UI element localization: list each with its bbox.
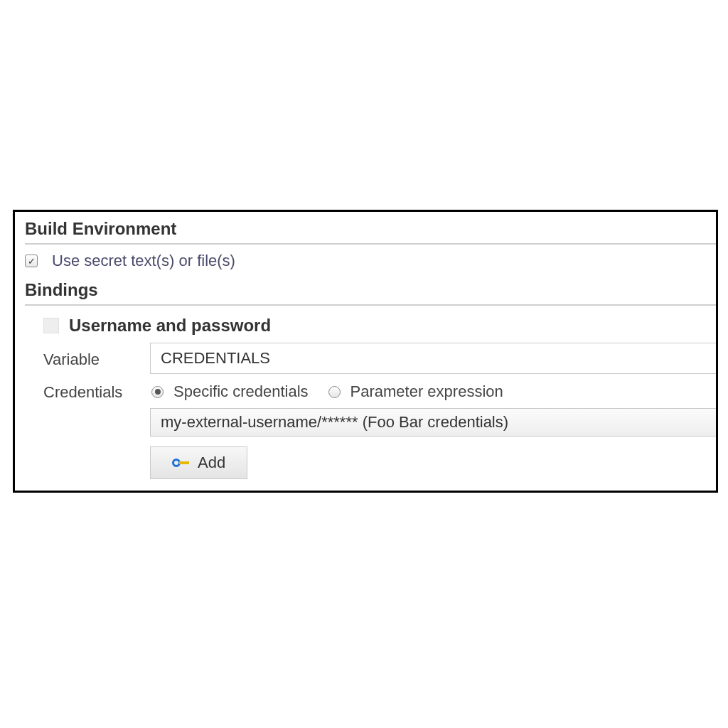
radio-param-label: Parameter expression [350, 382, 503, 401]
use-secret-row: ✓ Use secret text(s) or file(s) [15, 245, 716, 277]
credentials-label: Credentials [43, 380, 150, 402]
key-icon [172, 458, 189, 468]
binding-header: Username and password [43, 316, 716, 336]
variable-row: Variable [43, 343, 716, 374]
use-secret-label: Use secret text(s) or file(s) [52, 252, 235, 270]
build-environment-panel: Build Environment ✓ Use secret text(s) o… [13, 210, 718, 493]
radio-specific-label: Specific credentials [173, 382, 309, 401]
radio-parameter-expression[interactable] [328, 386, 341, 398]
add-button[interactable]: Add [150, 446, 247, 479]
variable-label: Variable [43, 348, 150, 369]
credentials-radio-group: Specific credentials Parameter expressio… [150, 378, 716, 404]
spacer [43, 421, 150, 424]
drag-handle-icon[interactable] [43, 318, 59, 333]
variable-input[interactable] [150, 343, 716, 374]
section-title-bindings: Bindings [15, 277, 716, 304]
bindings-content: Username and password Variable Credentia… [15, 306, 716, 479]
radio-specific-credentials[interactable] [151, 386, 164, 398]
credentials-select-row: my-external-username/****** (Foo Bar cre… [43, 408, 716, 437]
credentials-select[interactable]: my-external-username/****** (Foo Bar cre… [150, 408, 716, 437]
credentials-row: Credentials Specific credentials Paramet… [43, 378, 716, 404]
add-button-wrap: Add [150, 441, 716, 479]
binding-title: Username and password [69, 316, 271, 336]
use-secret-checkbox[interactable]: ✓ [25, 255, 38, 267]
section-title-build-environment: Build Environment [15, 216, 716, 243]
add-button-label: Add [198, 454, 225, 472]
